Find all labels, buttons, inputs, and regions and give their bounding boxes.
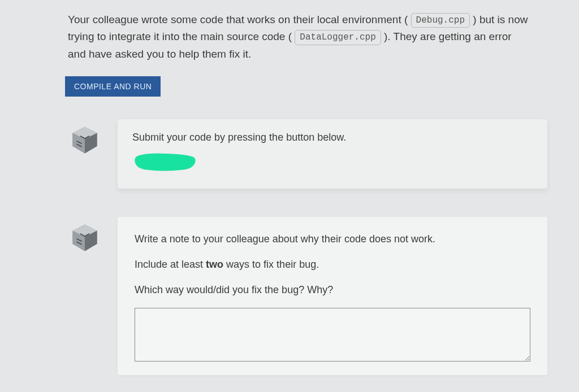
note-input[interactable] [135, 308, 530, 361]
note-instruction-2: Include at least two ways to fix their b… [135, 257, 530, 272]
note-instruction-2-pre: Include at least [135, 259, 206, 270]
note-instruction-2-bold: two [206, 259, 223, 270]
problem-description: Your colleague wrote some code that work… [68, 11, 532, 63]
note-instruction-3: Which way would/did you fix the bug? Why… [135, 282, 530, 298]
submit-section: Submit your code by pressing the button … [68, 119, 551, 189]
note-card: Write a note to your colleague about why… [118, 217, 547, 375]
redaction-highlight [132, 151, 197, 172]
submit-card-text: Submit your code by pressing the button … [132, 132, 533, 143]
cube-icon [70, 223, 100, 253]
cube-icon [70, 125, 100, 155]
note-section: Write a note to your colleague about why… [68, 217, 551, 375]
submit-card: Submit your code by pressing the button … [118, 119, 547, 189]
note-section-icon-cell [68, 217, 102, 253]
submit-section-icon-cell [68, 119, 102, 155]
code-reference-debug: Debug.cpp [411, 13, 470, 28]
note-instruction-1: Write a note to your colleague about why… [135, 232, 530, 247]
compile-and-run-button[interactable]: COMPILE AND RUN [65, 76, 161, 97]
intro-segment-1: Your colleague wrote some code that work… [68, 14, 408, 25]
code-reference-datalogger: DataLogger.cpp [295, 30, 381, 45]
note-instruction-2-post: ways to fix their bug. [223, 259, 319, 270]
